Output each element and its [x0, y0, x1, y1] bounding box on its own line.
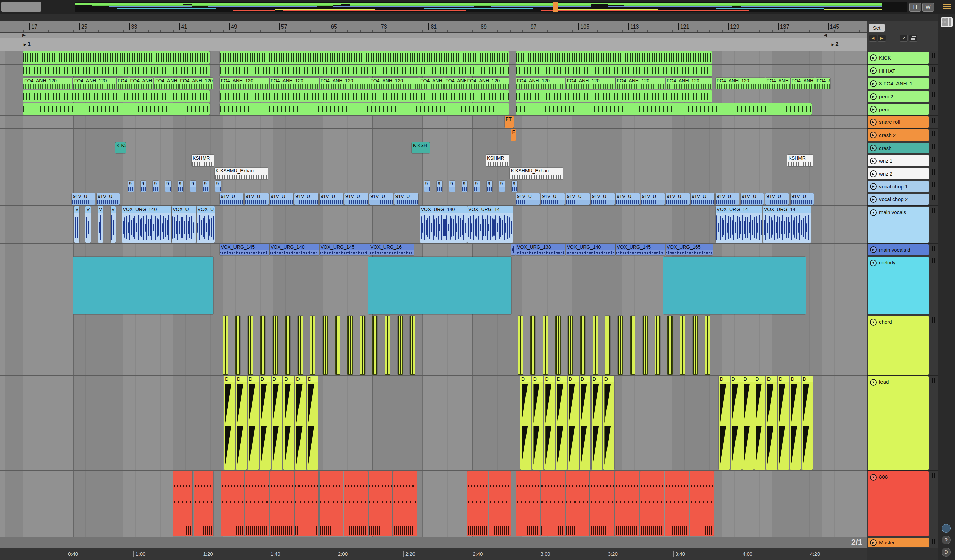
clip-lead[interactable]: D: [790, 376, 801, 469]
d-icon[interactable]: D: [942, 548, 950, 557]
clip-vocal-chop-2[interactable]: 91V_U: [766, 193, 789, 205]
clip-lead[interactable]: D: [603, 376, 614, 469]
track-header-lead[interactable]: ▼lead: [867, 375, 938, 471]
clip-lead[interactable]: D: [556, 376, 567, 469]
clip-vocal-chop-2[interactable]: 91V_U: [395, 193, 418, 205]
track-header-snare-roll[interactable]: ▶snare roll: [867, 116, 938, 128]
clip-melody[interactable]: [663, 257, 806, 314]
track-header-808[interactable]: ▼808: [867, 471, 938, 537]
clip-vocal-chop-2[interactable]: 91V_U: [616, 193, 639, 205]
clip-chord[interactable]: [260, 316, 265, 375]
clip-chord[interactable]: [605, 316, 610, 375]
clip-vocal-chop-2[interactable]: 91V_U: [690, 193, 714, 205]
clip-main-vocals-d[interactable]: VOX_URG_165: [666, 244, 713, 255]
lane-fo4[interactable]: FO4_ANH_120FO4_ANH_120FO4_ANH_120FO4_ANH…: [0, 77, 867, 90]
track-header-fo4[interactable]: ▶3 FO4_ANH_1: [867, 77, 938, 90]
track-fold-icon[interactable]: ▼: [870, 379, 877, 386]
clip-chord[interactable]: [235, 316, 240, 375]
clip-lead[interactable]: D: [742, 376, 753, 469]
clip-vocal-chop-2[interactable]: 91V_U: [369, 193, 393, 205]
clip-vocal-chop-1[interactable]: 9: [128, 181, 134, 192]
clip-vocal-chop-1[interactable]: 9: [449, 181, 455, 192]
lane-main-vocals-d[interactable]: VOX_URG_145VOX_URG_140VOX_URG_145VOX_URG…: [0, 244, 867, 256]
clip-vocal-chop-1[interactable]: 9: [487, 181, 493, 192]
track-color-block[interactable]: ▶main vocals d: [867, 244, 929, 255]
clip-808[interactable]: [246, 471, 269, 536]
clip-vocal-chop-1[interactable]: 9: [153, 181, 159, 192]
clip-kick[interactable]: [23, 52, 210, 64]
clip-fo4[interactable]: FO4_ANH_120: [117, 78, 128, 89]
h-button[interactable]: H: [910, 3, 921, 12]
clip-perc[interactable]: [516, 103, 812, 115]
track-arm-icon[interactable]: ▶: [870, 119, 877, 125]
track-color-block[interactable]: ▶vocal chop 2: [867, 194, 929, 205]
clip-wnz1[interactable]: KSHMR: [192, 155, 214, 166]
locator-2[interactable]: ▶2: [832, 41, 839, 48]
clip-808[interactable]: [173, 471, 192, 536]
track-header-perc2[interactable]: ▶perc 2: [867, 90, 938, 103]
lane-lead[interactable]: DDDDDDDDDDDDDDDDDDDDDDDD: [0, 375, 867, 471]
clip-chord[interactable]: [323, 316, 328, 375]
clip-main-vocals-d[interactable]: VOX_URG_140: [566, 244, 615, 255]
track-arm-icon[interactable]: ▶: [870, 158, 877, 164]
w-button[interactable]: W: [922, 3, 934, 12]
lane-chord[interactable]: [0, 315, 867, 375]
track-header-crash[interactable]: ▶crash: [867, 142, 938, 155]
menu-icon[interactable]: [943, 3, 951, 10]
clip-wnz1[interactable]: KSHMR: [486, 155, 509, 166]
clip-fo4[interactable]: FO4_ANH_120: [23, 78, 72, 89]
clip-fo4[interactable]: FO4_ANH_120: [179, 78, 213, 89]
clip-main-vocals[interactable]: VOX_U: [172, 206, 196, 242]
clip-lead[interactable]: D: [766, 376, 777, 469]
track-arm-icon[interactable]: ▶: [870, 106, 877, 113]
lane-kick[interactable]: [0, 51, 867, 65]
clip-808[interactable]: [590, 471, 614, 536]
clip-lead[interactable]: D: [579, 376, 590, 469]
track-color-block[interactable]: ▶crash: [867, 142, 929, 153]
lane-hi-hat[interactable]: [0, 65, 867, 77]
lane-808[interactable]: [0, 471, 867, 537]
lane-vocal-chop-1[interactable]: 9999999999999999: [0, 180, 867, 193]
track-header-wnz2[interactable]: ▶wnz 2: [867, 167, 938, 180]
cue-icon[interactable]: [942, 524, 950, 533]
lane-crash[interactable]: K KSHK KSH: [0, 142, 867, 155]
clip-melody[interactable]: [73, 257, 214, 314]
clip-vocal-chop-1[interactable]: 9: [437, 181, 442, 192]
track-color-block[interactable]: ▶wnz 1: [867, 155, 929, 166]
clip-vocal-chop-2[interactable]: 91V_U: [319, 193, 343, 205]
track-arm-icon[interactable]: ▶: [870, 196, 877, 203]
time-ruler[interactable]: 0:401:001:201:402:002:202:403:003:203:40…: [0, 548, 867, 560]
track-color-block[interactable]: ▶perc: [867, 104, 929, 115]
clip-main-vocals[interactable]: VOX_URG_140: [420, 206, 467, 242]
clip-main-vocals[interactable]: VOX_URG_14: [763, 206, 811, 242]
clip-fo4[interactable]: FO4_ANH_120: [219, 78, 269, 89]
clip-main-vocals-d[interactable]: VOX_URG_145: [319, 244, 369, 255]
clip-chord[interactable]: [335, 316, 340, 375]
clip-chord[interactable]: [310, 316, 315, 375]
clip-chord[interactable]: [372, 316, 377, 375]
clip-kick[interactable]: [219, 52, 509, 64]
clip-vocal-chop-2[interactable]: 91V_U: [666, 193, 690, 205]
clip-808[interactable]: [467, 471, 488, 536]
clip-lead[interactable]: D: [272, 376, 282, 469]
clip-main-vocals-d[interactable]: VOX_URG_140: [269, 244, 319, 255]
lane-vocal-chop-2[interactable]: 91V_U91V_U91V_U91V_U91V_U91V_U91V_U91V_U…: [0, 193, 867, 206]
clip-main-vocals[interactable]: V: [111, 206, 116, 242]
track-header-main-vocals-d[interactable]: ▶main vocals d: [867, 244, 938, 256]
clip-chord[interactable]: [643, 316, 648, 375]
clip-hi-hat[interactable]: [23, 65, 210, 76]
clip-vocal-chop-1[interactable]: 9: [215, 181, 221, 192]
clip-lead[interactable]: D: [283, 376, 294, 469]
clip-vocal-chop-1[interactable]: 9: [424, 181, 430, 192]
clip-chord[interactable]: [705, 316, 710, 375]
clip-lead[interactable]: D: [754, 376, 765, 469]
clip-fo4[interactable]: FO4_ANH_120: [466, 78, 509, 89]
track-fold-icon[interactable]: ▼: [870, 209, 877, 216]
lane-snare-roll[interactable]: FT: [0, 116, 867, 128]
clip-808[interactable]: [640, 471, 664, 536]
clip-chord[interactable]: [385, 316, 390, 375]
clip-chord[interactable]: [518, 316, 523, 375]
clip-lead[interactable]: D: [520, 376, 531, 469]
clip-808[interactable]: [393, 471, 417, 536]
track-color-block[interactable]: ▶perc 2: [867, 91, 929, 102]
